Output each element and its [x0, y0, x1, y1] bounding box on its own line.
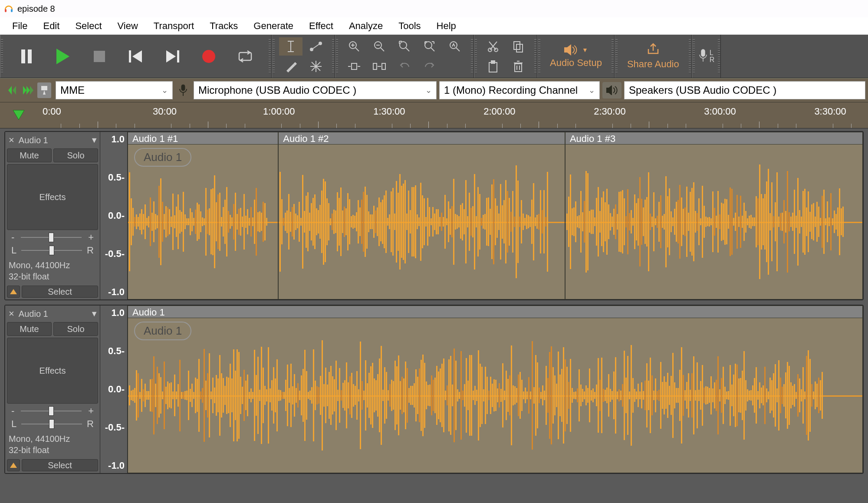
- track-1-collapse-button[interactable]: [7, 286, 20, 298]
- timeline[interactable]: 0:0030:001:00:001:30:002:00:002:30:003:0…: [0, 102, 868, 128]
- svg-marker-62: [23, 86, 26, 95]
- track-1-clip-3[interactable]: Audio 1 #3: [565, 132, 863, 299]
- svg-rect-42: [382, 63, 385, 69]
- track-2-pan-slider[interactable]: [21, 424, 82, 424]
- record-button[interactable]: [192, 39, 226, 73]
- trim-outside-button[interactable]: [342, 57, 366, 76]
- track-2-solo-button[interactable]: Solo: [53, 322, 98, 336]
- menu-analyze[interactable]: Analyze: [341, 18, 391, 34]
- track-1-vscale[interactable]: 1.0 0.5- 0.0- -0.5- -1.0: [100, 132, 128, 299]
- fit-selection-button[interactable]: [393, 37, 416, 56]
- cut-button[interactable]: [481, 37, 505, 56]
- track-2-collapse-button[interactable]: [7, 459, 20, 471]
- track-2-menu-button[interactable]: ▼: [90, 309, 98, 319]
- track-1-clip-1[interactable]: Audio 1 #1 Audio 1: [128, 132, 278, 299]
- svg-rect-6: [129, 50, 131, 62]
- audio-host-value: MME: [60, 84, 85, 96]
- track-1-close-button[interactable]: ×: [7, 135, 16, 146]
- zoom-toggle-button[interactable]: [443, 37, 467, 56]
- menu-transport[interactable]: Transport: [146, 18, 202, 34]
- recording-device-select[interactable]: Microphone (USB Audio CODEC )⌄: [194, 81, 437, 99]
- track-1-name[interactable]: Audio 1: [19, 135, 88, 145]
- track-1-clip-2[interactable]: Audio 1 #2: [278, 132, 565, 299]
- clip-header[interactable]: Audio 1 #2: [279, 132, 565, 145]
- menu-view[interactable]: View: [110, 18, 146, 34]
- audio-setup-button[interactable]: ▼ Audio Setup: [540, 44, 612, 69]
- menu-select[interactable]: Select: [67, 18, 109, 34]
- skip-end-button[interactable]: [155, 39, 189, 73]
- menu-edit[interactable]: Edit: [35, 18, 67, 34]
- share-audio-button[interactable]: Share Audio: [618, 43, 689, 70]
- menu-generate[interactable]: Generate: [246, 18, 301, 34]
- record-meter-group: L R: [692, 35, 721, 78]
- tracks-area: × Audio 1 ▼ Mute Solo Effects - + L R Mo…: [0, 128, 868, 477]
- selection-tool[interactable]: [279, 37, 302, 56]
- svg-marker-71: [10, 289, 17, 294]
- pin-icon[interactable]: [37, 82, 51, 98]
- play-button[interactable]: [46, 39, 80, 73]
- svg-marker-70: [13, 110, 24, 120]
- audio-setup-label: Audio Setup: [550, 57, 602, 69]
- svg-marker-56: [565, 45, 571, 55]
- fit-project-button[interactable]: [418, 37, 441, 56]
- skip-start-button[interactable]: [119, 39, 153, 73]
- zoom-group: [335, 35, 474, 78]
- next-cursor-icon[interactable]: [21, 82, 36, 98]
- pause-button[interactable]: [10, 39, 43, 73]
- svg-marker-72: [10, 463, 17, 468]
- device-toolbar: MME⌄ Microphone (USB Audio CODEC )⌄ 1 (M…: [0, 78, 868, 102]
- track-2-select-button[interactable]: Select: [22, 459, 98, 471]
- track-2-waveform-area[interactable]: Audio 1 Audio 1: [128, 306, 863, 473]
- svg-point-35: [450, 42, 457, 49]
- share-icon: [647, 43, 660, 57]
- copy-button[interactable]: [506, 37, 530, 56]
- timeline-ruler[interactable]: 0:0030:001:00:001:30:002:00:002:30:003:0…: [25, 102, 868, 128]
- menu-effect[interactable]: Effect: [301, 18, 341, 34]
- undo-button[interactable]: [393, 57, 416, 76]
- redo-button[interactable]: [418, 57, 441, 76]
- track-1-solo-button[interactable]: Solo: [53, 148, 98, 162]
- track-1-pan-slider[interactable]: [21, 250, 82, 251]
- stop-button[interactable]: [82, 39, 116, 73]
- svg-line-36: [456, 48, 460, 51]
- track-2-name[interactable]: Audio 1: [19, 309, 88, 319]
- playhead-marker-icon[interactable]: [12, 109, 25, 122]
- envelope-tool[interactable]: [304, 37, 328, 56]
- track-2-mute-button[interactable]: Mute: [7, 322, 52, 336]
- loop-button[interactable]: [228, 39, 262, 73]
- track-1-menu-button[interactable]: ▼: [90, 136, 98, 145]
- silence-selection-button[interactable]: [368, 57, 391, 76]
- clip-header[interactable]: Audio 1 #3: [566, 132, 862, 145]
- track-1-waveform-area[interactable]: Audio 1 #1 Audio 1 Audio 1 #2 Audio 1 #3: [128, 132, 863, 299]
- track-2-effects-button[interactable]: Effects: [7, 338, 98, 404]
- track-1-mute-button[interactable]: Mute: [7, 148, 52, 162]
- zoom-in-button[interactable]: [342, 37, 366, 56]
- track-1-gain-slider[interactable]: [21, 237, 82, 238]
- track-2-format-label: Mono, 44100Hz: [9, 433, 96, 444]
- prev-cursor-icon[interactable]: [4, 82, 20, 98]
- delete-button[interactable]: [506, 57, 530, 76]
- menu-tracks[interactable]: Tracks: [202, 18, 246, 34]
- track-1: × Audio 1 ▼ Mute Solo Effects - + L R Mo…: [4, 131, 864, 300]
- track-2-gain-slider[interactable]: [21, 411, 82, 411]
- menu-file[interactable]: File: [4, 18, 35, 34]
- clip-header[interactable]: Audio 1 #1: [128, 132, 278, 145]
- clip-header[interactable]: Audio 1: [128, 306, 862, 318]
- menu-tools[interactable]: Tools: [391, 18, 428, 34]
- track-1-select-button[interactable]: Select: [22, 286, 98, 298]
- track-2-vscale[interactable]: 1.0 0.5- 0.0- -0.5- -1.0: [100, 306, 128, 473]
- playback-device-select[interactable]: Speakers (USB Audio CODEC ): [624, 81, 865, 99]
- zoom-out-button[interactable]: [368, 37, 391, 56]
- audio-host-select[interactable]: MME⌄: [56, 81, 173, 99]
- menu-help[interactable]: Help: [429, 18, 464, 34]
- recording-channels-select[interactable]: 1 (Mono) Recording Channel⌄: [439, 81, 600, 99]
- gain-plus-label: +: [88, 405, 94, 417]
- track-1-effects-button[interactable]: Effects: [7, 164, 98, 230]
- draw-tool[interactable]: [279, 57, 302, 76]
- track-1-control-panel: × Audio 1 ▼ Mute Solo Effects - + L R Mo…: [5, 132, 100, 299]
- track-2-close-button[interactable]: ×: [7, 308, 16, 319]
- svg-marker-7: [132, 50, 142, 62]
- multi-tool[interactable]: [304, 57, 328, 76]
- track-2-clip-1[interactable]: Audio 1 Audio 1: [128, 306, 863, 473]
- paste-button[interactable]: [481, 57, 505, 76]
